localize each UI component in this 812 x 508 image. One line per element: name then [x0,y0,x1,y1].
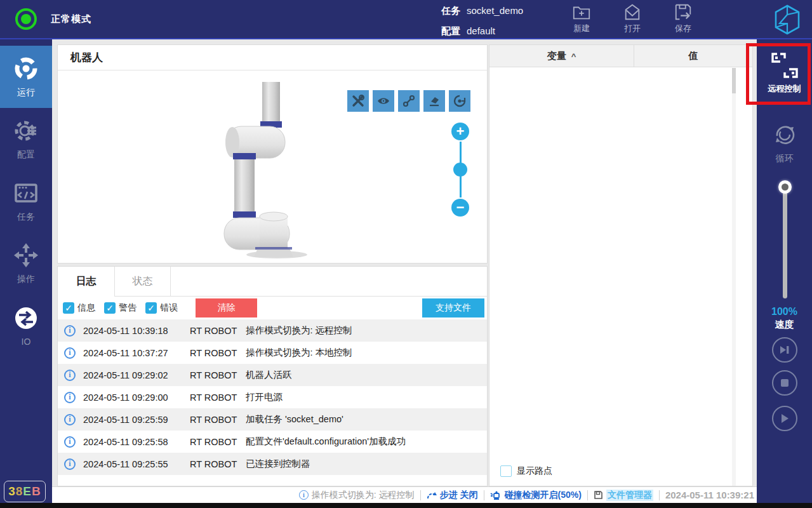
sidebar-item-label: 配置 [17,149,35,161]
tab-log[interactable]: 日志 [58,267,115,297]
visibility-button[interactable] [373,90,394,112]
log-row[interactable]: i 2024-05-11 09:29:02 RT ROBOT 机器人活跃 [58,364,487,386]
variable-panel: 变量 ^ 值 显示路点 [489,44,753,486]
path-button[interactable] [398,90,420,112]
open-task-button[interactable]: 打开 [612,3,653,34]
save-label: 保存 [675,23,691,34]
task-label: 任务 [441,5,460,17]
save-task-button[interactable]: 保存 [663,3,703,34]
zoom-slider-knob[interactable] [453,163,467,177]
app-logo-icon [773,4,801,35]
zoom-in-button[interactable]: + [451,123,469,140]
log-row[interactable]: i 2024-05-11 09:29:00 RT ROBOT 打开电源 [58,386,487,408]
filter-warning-checkbox[interactable]: ✓ [104,302,116,314]
status-datetime: 2024-05-11 10:39:21 [665,490,754,500]
info-icon: i [64,370,76,381]
collision-detect-item[interactable]: 碰撞检测开启(50%) [490,490,582,501]
badge-char: B [32,485,41,498]
divider [659,490,660,500]
build-code-badge: 38EB [4,481,46,502]
sidebar-item-config[interactable]: 配置 [0,108,52,170]
io-icon [13,305,39,331]
eraser-button[interactable] [423,90,445,112]
sidebar-item-label: 操作 [17,274,35,285]
status-message: 操作模式切换为: 远程控制 [312,490,415,501]
reset-view-icon [453,94,467,108]
eye-icon [376,94,390,108]
robot-arm-3d-view[interactable] [213,70,334,261]
show-waypoints-checkbox[interactable] [500,465,512,477]
tab-status[interactable]: 状态 [115,267,171,296]
divider [420,490,421,500]
speed-slider-track[interactable] [783,185,787,298]
clear-log-button[interactable]: 清除 [196,298,257,318]
log-panel: 日志 状态 ✓ 信息 ✓ 警告 ✓ 错误 清除 支持文件 i 2024-05-1… [57,266,488,486]
step-mode-icon [427,491,437,500]
log-message: 操作模式切换为: 远程控制 [246,324,487,337]
badge-char: E [23,485,32,498]
log-row[interactable]: i 2024-05-11 09:25:55 RT ROBOT 已连接到控制器 [58,453,487,475]
support-file-button[interactable]: 支持文件 [422,298,484,318]
variable-scrollbar[interactable] [732,68,736,486]
log-time: 2024-05-11 09:29:00 [83,392,190,403]
play-button[interactable] [772,406,797,431]
normal-mode-status-icon [15,8,37,30]
loop-button[interactable]: 循环 [757,121,812,164]
log-row[interactable]: i 2024-05-11 10:37:27 RT ROBOT 操作模式切换为: … [58,342,487,364]
column-header-variable[interactable]: 变量 ^ [489,45,634,67]
step-mode-item[interactable]: 步进 关闭 [427,490,478,501]
badge-char: 3 [8,485,16,498]
step-next-button[interactable] [772,337,797,363]
info-icon: i [64,392,76,403]
log-row[interactable]: i 2024-05-11 10:39:18 RT ROBOT 操作模式切换为: … [58,319,487,342]
collision-detect-label: 碰撞检测开启(50%) [505,490,582,501]
speed-slider-knob[interactable] [778,180,792,194]
speed-percent: 100% [757,306,812,318]
config-field: 配置 default [441,25,495,37]
divider [484,490,484,500]
log-message: 加载任务 'socket_demo' [246,413,487,425]
log-source: RT ROBOT [190,326,246,336]
eraser-icon [427,94,441,108]
filter-error-checkbox[interactable]: ✓ [145,302,157,314]
top-bar: 正常模式 任务 socket_demo 配置 default 新建 打开 保存 [0,0,812,39]
value-column-label: 值 [689,50,698,62]
log-time: 2024-05-11 09:25:55 [83,459,190,469]
log-time: 2024-05-11 10:37:27 [83,348,190,358]
file-manager-item[interactable]: 文件管理器 [594,490,653,501]
zoom-out-button[interactable]: − [451,199,469,217]
log-row[interactable]: i 2024-05-11 09:25:59 RT ROBOT 加载任务 'soc… [58,408,487,431]
column-header-value[interactable]: 值 [634,45,752,67]
show-waypoints-row: 显示路点 [500,465,552,477]
sidebar-item-run[interactable]: 运行 [0,46,52,108]
move-arrows-icon [13,243,39,268]
sidebar-item-task[interactable]: 任务 [0,170,52,232]
sidebar-item-operate[interactable]: 操作 [0,232,52,295]
new-task-button[interactable]: 新建 [561,3,602,34]
filter-error-label: 错误 [160,302,178,314]
code-window-icon [13,180,39,206]
filter-info-label: 信息 [77,302,95,314]
bottom-edge-strip [0,503,812,508]
remote-control-icon [771,52,799,79]
tools-button[interactable] [347,90,369,112]
speed-label: 速度 [757,319,812,331]
log-source: RT ROBOT [190,437,246,447]
remote-control-button[interactable]: 远程控制 [757,52,812,95]
sidebar-item-io[interactable]: IO [0,295,52,357]
view-zoom-widget: + − [451,123,469,218]
sidebar-item-label: 运行 [17,87,35,98]
stop-button[interactable] [772,370,797,396]
log-source: RT ROBOT [190,348,246,358]
log-message: 打开电源 [246,391,487,403]
log-row[interactable]: i 2024-05-11 09:25:58 RT ROBOT 配置文件'defa… [58,431,487,453]
status-message-item: i 操作模式切换为: 远程控制 [299,490,415,501]
robot-panel: 机器人 [57,44,488,264]
info-icon: i [64,458,76,470]
reset-view-button[interactable] [449,90,470,112]
scrollbar-thumb[interactable] [732,68,736,93]
loop-label: 循环 [776,153,794,164]
speed-slider[interactable] [780,180,790,301]
filter-info-checkbox[interactable]: ✓ [63,302,74,314]
info-icon: i [299,490,309,500]
